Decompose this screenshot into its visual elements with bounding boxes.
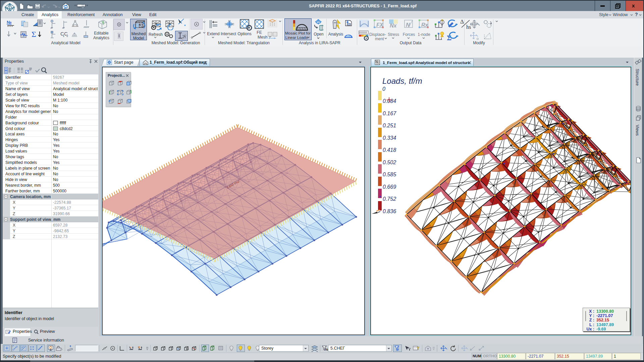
svg-text:Nx: Nx (390, 23, 397, 28)
svg-text:Σ: Σ (447, 34, 451, 42)
svg-text:Δ: Δ (460, 18, 464, 25)
svg-text:2: 2 (66, 34, 68, 38)
svg-text:№: № (7, 20, 12, 25)
svg-text:Rx: Rx (421, 22, 429, 28)
svg-text:N: N (406, 22, 410, 28)
svg-text:Σ: Σ (32, 30, 36, 39)
svg-text:FX: FX (376, 22, 384, 28)
